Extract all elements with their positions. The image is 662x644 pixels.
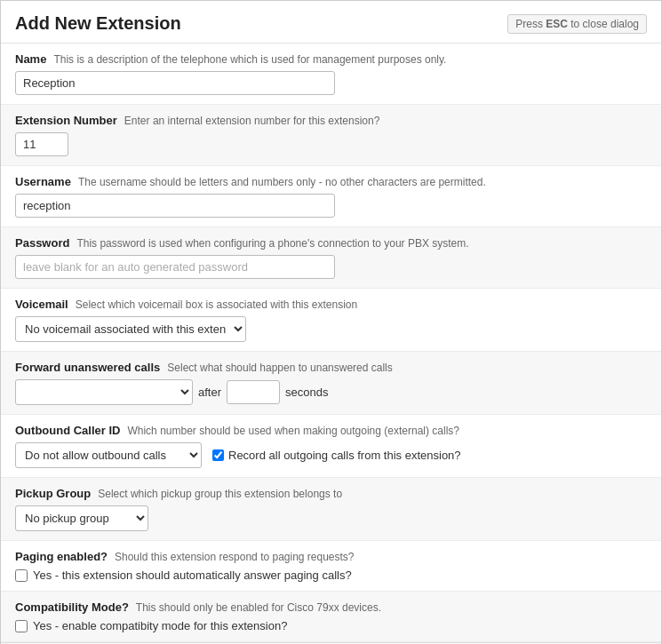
username-input[interactable] xyxy=(15,194,335,218)
voicemail-hint: Select which voicemail box is associated… xyxy=(76,298,357,311)
add-extension-dialog: Add New Extension Press ESC to close dia… xyxy=(0,0,662,644)
extension-number-hint: Enter an internal extension number for t… xyxy=(124,115,380,127)
outbound-caller-id-hint: Which number should be used when making … xyxy=(127,425,459,437)
paging-enabled-hint: Should this extension respond to paging … xyxy=(115,551,355,563)
compatibility-checkbox-label: Yes - enable compatibity mode for this e… xyxy=(33,619,287,632)
compatibility-mode-field-row: Compatibility Mode? This should only be … xyxy=(1,592,661,642)
paging-enabled-label: Paging enabled? xyxy=(15,550,108,563)
voicemail-label: Voicemail xyxy=(15,298,68,311)
name-label: Name xyxy=(15,52,46,66)
record-calls-label: Record all outgoing calls from this exte… xyxy=(228,449,461,462)
pickup-group-field-row: Pickup Group Select which pickup group t… xyxy=(1,478,661,541)
esc-hint-prefix: Press xyxy=(515,18,546,30)
paging-checkbox-row: Yes - this extension should automaticall… xyxy=(15,568,647,582)
record-row: Record all outgoing calls from this exte… xyxy=(212,449,461,462)
extension-number-label: Extension Number xyxy=(15,114,117,127)
voicemail-field-row: Voicemail Select which voicemail box is … xyxy=(1,289,661,352)
after-seconds-row: after seconds xyxy=(15,379,647,405)
password-field-row: Password This password is used when conf… xyxy=(1,227,661,289)
outbound-caller-id-field-row: Outbound Caller ID Which number should b… xyxy=(1,415,661,478)
outbound-row: Do not allow outbound calls Record all o… xyxy=(15,442,647,468)
esc-hint-suffix: to close dialog xyxy=(568,18,639,30)
name-field-row: Name This is a description of the teleph… xyxy=(1,44,661,105)
forward-unanswered-select[interactable] xyxy=(15,379,193,405)
forward-unanswered-field-row: Forward unanswered calls Select what sho… xyxy=(1,352,661,415)
pickup-group-hint: Select which pickup group this extension… xyxy=(98,488,342,500)
paging-checkbox[interactable] xyxy=(15,569,28,582)
outbound-caller-id-label: Outbound Caller ID xyxy=(15,424,120,437)
name-hint: This is a description of the telephone w… xyxy=(53,53,446,66)
extension-number-input[interactable] xyxy=(15,132,68,156)
dialog-header: Add New Extension Press ESC to close dia… xyxy=(1,1,661,44)
esc-key: ESC xyxy=(546,18,568,30)
form-body: Name This is a description of the teleph… xyxy=(1,44,661,642)
esc-hint: Press ESC to close dialog xyxy=(507,14,647,34)
after-seconds-input[interactable] xyxy=(227,380,280,404)
extension-number-field-row: Extension Number Enter an internal exten… xyxy=(1,105,661,166)
dialog-title: Add New Extension xyxy=(15,13,181,34)
compatibility-checkbox[interactable] xyxy=(15,620,28,632)
pickup-group-label: Pickup Group xyxy=(15,487,91,500)
after-label: after xyxy=(198,386,221,399)
password-label: Password xyxy=(15,236,69,250)
compatibility-mode-label: Compatibility Mode? xyxy=(15,600,129,614)
forward-unanswered-hint: Select what should happen to unanswered … xyxy=(167,362,393,374)
name-input[interactable] xyxy=(15,71,335,95)
password-input[interactable] xyxy=(15,255,335,279)
forward-unanswered-label: Forward unanswered calls xyxy=(15,361,160,374)
username-label: Username xyxy=(15,175,71,188)
record-calls-checkbox[interactable] xyxy=(212,449,224,461)
paging-enabled-field-row: Paging enabled? Should this extension re… xyxy=(1,541,661,592)
seconds-label: seconds xyxy=(285,386,328,399)
paging-checkbox-label: Yes - this extension should automaticall… xyxy=(33,568,352,582)
outbound-caller-id-select[interactable]: Do not allow outbound calls xyxy=(15,442,202,468)
compatibility-checkbox-row: Yes - enable compatibity mode for this e… xyxy=(15,619,647,632)
compatibility-mode-hint: This should only be enabled for Cisco 79… xyxy=(136,601,381,614)
username-field-row: Username The username should be letters … xyxy=(1,166,661,227)
pickup-group-select[interactable]: No pickup group xyxy=(15,505,148,531)
voicemail-select[interactable]: No voicemail associated with this extens… xyxy=(15,316,246,342)
password-hint: This password is used when configuring a… xyxy=(76,237,468,250)
username-hint: The username should be letters and numbe… xyxy=(78,176,486,188)
